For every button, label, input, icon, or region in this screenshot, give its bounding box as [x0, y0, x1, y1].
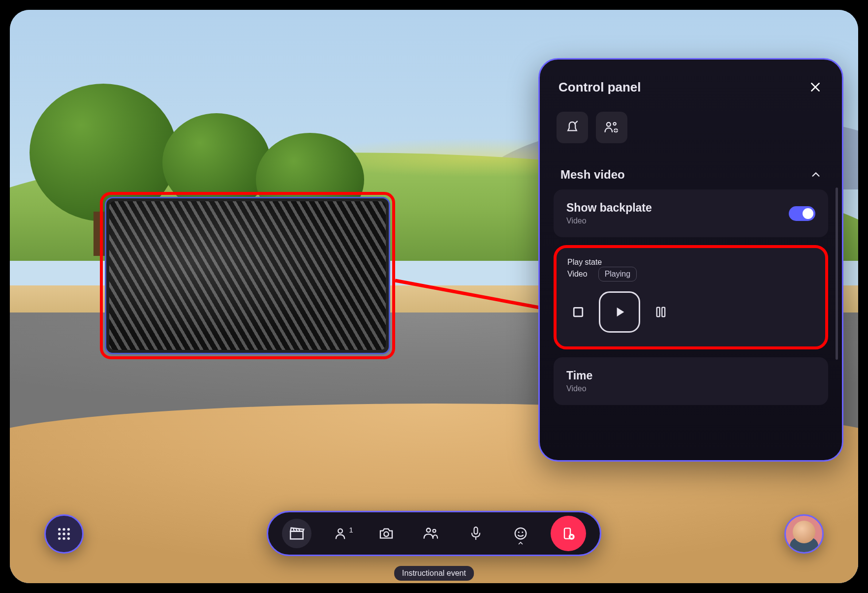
svg-point-9 — [427, 529, 431, 532]
time-card[interactable]: Time Video — [554, 357, 828, 405]
avatar-button[interactable] — [784, 514, 824, 554]
svg-point-23 — [58, 537, 61, 540]
grid-icon — [56, 526, 72, 542]
chevron-up-small-icon — [518, 541, 524, 545]
svg-point-12 — [515, 528, 527, 539]
svg-rect-6 — [662, 308, 665, 317]
svg-line-0 — [395, 281, 553, 310]
person-icon — [334, 526, 349, 541]
people-settings-button[interactable] — [596, 112, 627, 143]
stop-button[interactable] — [567, 301, 589, 323]
leave-button[interactable] — [551, 516, 586, 551]
play-state-title: Play state — [567, 258, 814, 267]
svg-rect-4 — [574, 308, 583, 316]
people-gear-icon — [604, 120, 620, 135]
microphone-icon — [469, 526, 483, 541]
control-panel-title: Control panel — [558, 80, 641, 95]
play-icon — [612, 304, 627, 320]
scene-video-panel-highlight — [100, 192, 395, 359]
scrollbar[interactable] — [836, 187, 838, 360]
microphone-button[interactable] — [461, 519, 491, 548]
pause-icon — [654, 305, 668, 319]
backplate-sub: Video — [566, 217, 652, 225]
mesh-video-section-header[interactable]: Mesh video — [554, 160, 828, 189]
avatar-head — [793, 521, 815, 543]
svg-point-7 — [338, 529, 342, 533]
svg-point-8 — [384, 532, 388, 536]
mesh-viewport: Control panel Mesh video — [10, 10, 858, 583]
pause-button[interactable] — [650, 301, 672, 323]
play-state-badge: Playing — [598, 267, 637, 281]
scene-video-panel[interactable] — [105, 197, 390, 354]
apps-grid-button[interactable] — [44, 514, 84, 554]
svg-point-21 — [62, 532, 65, 535]
time-title: Time — [566, 369, 815, 382]
emoji-button[interactable] — [506, 519, 535, 548]
video-texture — [109, 201, 386, 350]
clapper-button[interactable] — [282, 519, 311, 548]
smiley-icon — [513, 526, 528, 541]
stop-icon — [571, 305, 586, 319]
backplate-title: Show backplate — [566, 201, 652, 215]
leave-icon — [560, 526, 576, 541]
svg-point-13 — [518, 531, 520, 533]
play-state-sub: Video — [567, 270, 588, 279]
svg-point-19 — [67, 528, 70, 531]
close-button[interactable] — [807, 79, 823, 95]
chevron-up-icon — [810, 169, 821, 180]
time-sub: Video — [566, 384, 815, 393]
toolbar-tooltip: Instructional event — [394, 566, 474, 581]
svg-point-22 — [67, 532, 70, 535]
people-group-button[interactable] — [416, 519, 446, 548]
play-button[interactable] — [599, 291, 640, 333]
participants-count: 1 — [349, 526, 353, 534]
control-panel: Control panel Mesh video — [538, 58, 843, 462]
bottom-toolbar: 1 — [267, 511, 601, 556]
section-title: Mesh video — [560, 168, 625, 182]
svg-point-10 — [433, 530, 436, 532]
backplate-toggle[interactable] — [789, 206, 815, 221]
camera-icon — [378, 526, 394, 541]
show-backplate-card: Show backplate Video — [554, 189, 828, 237]
svg-point-14 — [522, 531, 524, 533]
notifications-button[interactable] — [557, 112, 588, 143]
svg-rect-5 — [657, 308, 660, 317]
svg-point-20 — [58, 532, 61, 535]
svg-point-18 — [62, 528, 65, 531]
svg-point-17 — [58, 528, 61, 531]
svg-point-25 — [67, 537, 70, 540]
participants-button[interactable]: 1 — [327, 519, 356, 548]
bell-icon — [565, 120, 580, 135]
clapperboard-icon — [288, 525, 305, 542]
svg-point-1 — [607, 123, 611, 126]
camera-button[interactable] — [372, 519, 401, 548]
annotation-connector — [395, 276, 553, 315]
svg-point-2 — [613, 123, 616, 125]
people-group-icon — [423, 526, 439, 541]
close-icon — [809, 81, 822, 94]
play-state-card-highlight: Play state Video Playing — [554, 245, 828, 349]
svg-rect-11 — [474, 527, 478, 534]
svg-point-24 — [62, 537, 65, 540]
